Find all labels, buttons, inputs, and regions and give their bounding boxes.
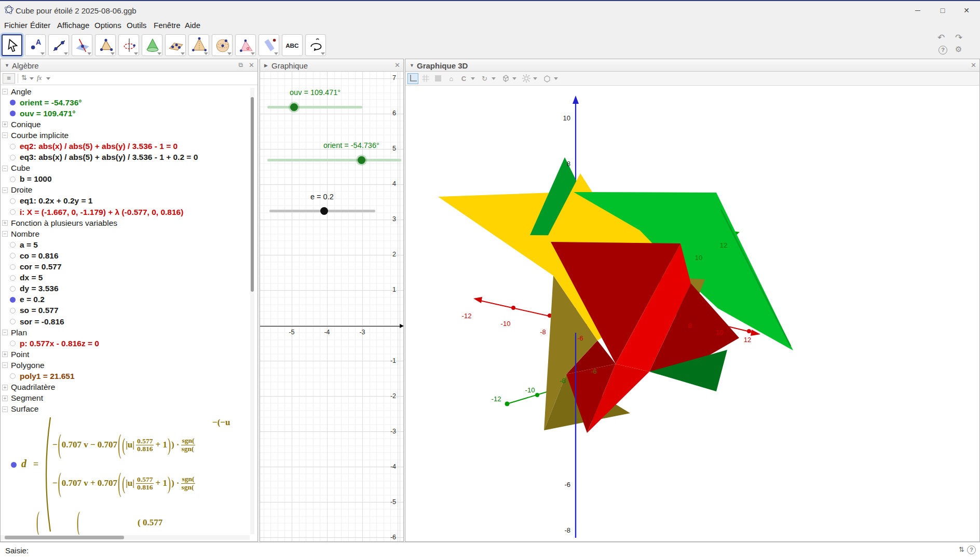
projection-button[interactable]	[541, 73, 552, 84]
tree-item-e[interactable]: e = 0.2	[1, 294, 250, 305]
visibility-dot[interactable]	[10, 319, 16, 324]
collapse-icon[interactable]: ▶	[264, 63, 268, 68]
menu-options[interactable]: Options	[92, 20, 124, 30]
expander[interactable]: +	[2, 396, 8, 401]
tool-text[interactable]: ABC	[282, 34, 303, 56]
tool-angle[interactable]: α	[235, 34, 256, 56]
undo-button[interactable]: ↶	[937, 32, 945, 43]
chevron-down-icon[interactable]	[46, 77, 50, 80]
chevron-down-icon[interactable]	[554, 77, 558, 80]
tree-item-b[interactable]: b = 1000	[1, 174, 250, 185]
3d-scene[interactable]: 10 8 -6 -8 -12 -10 -8 -6 8 10 12 -12 -10…	[405, 59, 980, 542]
tree-item-eq1[interactable]: eq1: 0.2x + 0.2y = 1	[1, 196, 250, 207]
menu-aide[interactable]: Aide	[183, 20, 202, 30]
tool-line[interactable]	[48, 34, 69, 56]
visibility-dot[interactable]	[10, 308, 16, 314]
slider-ouv-knob[interactable]	[290, 103, 298, 111]
tree-group-droite[interactable]: −Droite	[1, 185, 250, 196]
expander[interactable]: +	[2, 351, 8, 357]
tree-item-orient[interactable]: orient = -54.736°	[1, 97, 250, 108]
star-polyhedron[interactable]	[438, 157, 793, 433]
visibility-dot[interactable]	[10, 176, 16, 182]
tree-group-nombre[interactable]: −Nombre	[1, 228, 250, 239]
expander[interactable]: −	[2, 166, 8, 171]
show-plane-button[interactable]	[432, 73, 443, 84]
maximize-button[interactable]: □	[932, 4, 953, 17]
tree-item-poly1[interactable]: poly1 = 21.651	[1, 371, 250, 382]
chevron-down-icon[interactable]	[471, 77, 475, 80]
tool-reflect[interactable]	[258, 34, 279, 56]
redo-button[interactable]: ↷	[955, 32, 962, 43]
visibility-dot[interactable]	[10, 144, 16, 149]
zoom-fit-button[interactable]	[521, 73, 532, 84]
expander[interactable]: +	[2, 121, 8, 127]
tool-circle-axis[interactable]	[118, 34, 139, 56]
close-button[interactable]: ✕	[956, 4, 977, 17]
collapse-icon[interactable]: ▼	[410, 63, 414, 68]
tree-group-cube[interactable]: −Cube	[1, 163, 250, 174]
tree-item-so[interactable]: so = 0.577	[1, 305, 250, 316]
formula-d[interactable]: d = −(−u − ( 0.707 v − 0.707 (( |u| 0.57…	[1, 415, 254, 535]
chevron-down-icon[interactable]	[512, 77, 516, 80]
visibility-dot[interactable]	[10, 209, 16, 215]
visibility-dot[interactable]	[10, 100, 16, 105]
popout-icon[interactable]: ⧉	[238, 61, 243, 69]
fx-button[interactable]: fx	[37, 74, 42, 82]
vertical-scrollbar[interactable]	[250, 88, 254, 534]
chevron-down-icon[interactable]	[533, 77, 537, 80]
tree-group-conique[interactable]: +Conique	[1, 119, 250, 130]
tree-group-fonction[interactable]: +Fonction à plusieurs variables	[1, 217, 250, 228]
tool-point[interactable]: A	[25, 34, 46, 56]
input-history-spinner[interactable]: ⇅	[959, 546, 964, 553]
expander[interactable]: −	[2, 231, 8, 237]
chevron-down-icon[interactable]	[492, 77, 496, 80]
input-help-button[interactable]: ?	[967, 546, 976, 554]
tree-group-plan[interactable]: −Plan	[1, 327, 250, 338]
slider-ouv[interactable]	[267, 106, 362, 108]
tree-item-dy[interactable]: dy = 3.536	[1, 283, 250, 294]
visibility-dot[interactable]	[10, 373, 16, 379]
tree-group-polygone[interactable]: −Polygone	[1, 360, 250, 371]
graphique3d-header[interactable]: ▼ Graphique 3D ✕	[405, 59, 979, 72]
algebra-header[interactable]: ▼ Algèbre ⧉ ✕	[1, 59, 257, 72]
tree-item-eq2[interactable]: eq2: abs(x) / abs(5) + abs(y) / 3.536 - …	[1, 141, 250, 152]
slider-label-orient[interactable]: orient = -54.736°	[323, 141, 379, 149]
show-axes-button[interactable]	[407, 73, 418, 84]
tool-rotate-view[interactable]	[305, 34, 326, 56]
tool-sphere[interactable]	[212, 34, 233, 56]
visibility-dot[interactable]	[11, 462, 17, 468]
tree-group-segment[interactable]: +Segment	[1, 393, 250, 404]
tree-item-co[interactable]: co = 0.816	[1, 250, 250, 261]
expander[interactable]: −	[2, 187, 8, 193]
tool-pyramid[interactable]	[188, 34, 209, 56]
menu-fenetre[interactable]: Fenêtre	[152, 20, 183, 30]
sort-mode-button[interactable]: ⇅	[21, 74, 27, 81]
menu-fichier[interactable]: Fichier	[2, 20, 30, 30]
close-icon[interactable]: ✕	[249, 61, 254, 69]
tool-plane-points[interactable]	[165, 34, 186, 56]
expander[interactable]: −	[2, 330, 8, 335]
tree-item-ouv[interactable]: ouv = 109.471°	[1, 108, 250, 119]
tree-group-angle[interactable]: −Angle	[1, 86, 250, 97]
slider-label-ouv[interactable]: ouv = 109.471°	[290, 88, 341, 97]
tree-item-cor[interactable]: cor = 0.577	[1, 262, 250, 273]
visibility-dot[interactable]	[10, 253, 16, 258]
visibility-dot[interactable]	[10, 264, 16, 270]
tool-polygon[interactable]	[95, 34, 116, 56]
point-capturing-button[interactable]: C	[458, 73, 469, 84]
home-view-button[interactable]: ⌂	[446, 73, 457, 84]
tree-item-eq3[interactable]: eq3: abs(x) / abs(5) + abs(y) / 3.536 - …	[1, 152, 250, 163]
tree-group-surface[interactable]: −Surface	[1, 404, 250, 415]
graphique-header[interactable]: ▶ Graphique ✕	[260, 59, 403, 72]
horizontal-scrollbar[interactable]	[1, 535, 250, 540]
visibility-dot[interactable]	[10, 286, 16, 292]
slider-e-knob[interactable]	[320, 207, 328, 215]
expander[interactable]: +	[2, 220, 8, 226]
help-button[interactable]: ?	[938, 46, 947, 55]
show-grid-button[interactable]	[420, 73, 431, 84]
menu-affichage[interactable]: Affichage	[55, 20, 91, 30]
tree-group-courbe[interactable]: −Courbe implicite	[1, 130, 250, 141]
expander[interactable]: −	[2, 89, 8, 94]
visibility-dot[interactable]	[10, 111, 16, 116]
close-icon[interactable]: ✕	[394, 61, 400, 69]
